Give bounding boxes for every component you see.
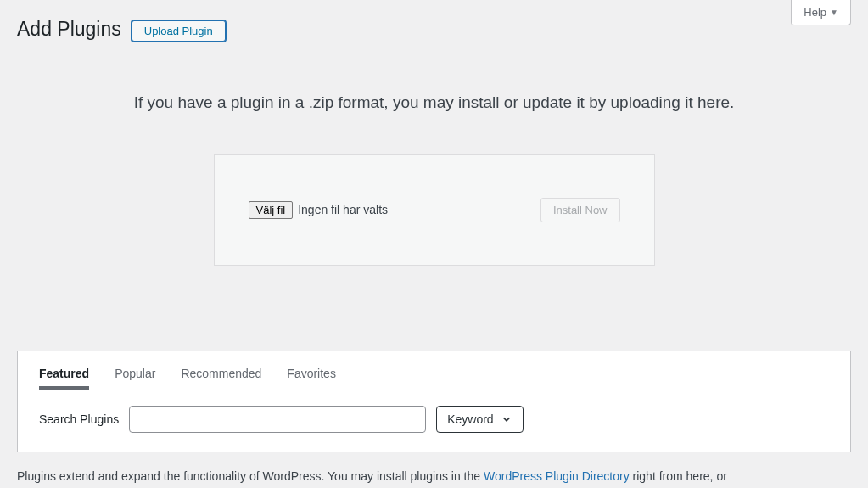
install-now-button[interactable]: Install Now bbox=[540, 198, 620, 222]
search-label: Search Plugins bbox=[39, 412, 119, 426]
help-tab[interactable]: Help ▼ bbox=[791, 0, 851, 25]
upload-plugin-button[interactable]: Upload Plugin bbox=[132, 20, 226, 42]
search-input[interactable] bbox=[129, 406, 426, 433]
file-status: Ingen fil har valts bbox=[298, 203, 388, 216]
keyword-dropdown[interactable]: Keyword bbox=[436, 406, 523, 433]
tab-popular[interactable]: Popular bbox=[115, 367, 155, 390]
chevron-down-icon: ▼ bbox=[830, 8, 838, 17]
footer-text: Plugins extend and expand the functional… bbox=[0, 452, 868, 485]
tab-recommended[interactable]: Recommended bbox=[181, 367, 261, 390]
keyword-dropdown-label: Keyword bbox=[447, 412, 493, 426]
tab-featured[interactable]: Featured bbox=[39, 367, 89, 390]
footer-text-1: Plugins extend and expand the functional… bbox=[17, 469, 484, 483]
upload-form: Välj fil Ingen fil har valts Install Now bbox=[214, 154, 655, 266]
choose-file-button[interactable]: Välj fil bbox=[249, 201, 294, 219]
tab-favorites[interactable]: Favorites bbox=[287, 367, 336, 390]
footer-text-2: right from here, or bbox=[630, 469, 727, 483]
page-title: Add Plugins bbox=[17, 17, 121, 42]
help-label: Help bbox=[804, 6, 826, 19]
upload-instructions: If you have a plugin in a .zip format, y… bbox=[17, 93, 851, 112]
chevron-down-icon bbox=[501, 413, 512, 425]
plugin-directory-link[interactable]: WordPress Plugin Directory bbox=[484, 469, 630, 483]
